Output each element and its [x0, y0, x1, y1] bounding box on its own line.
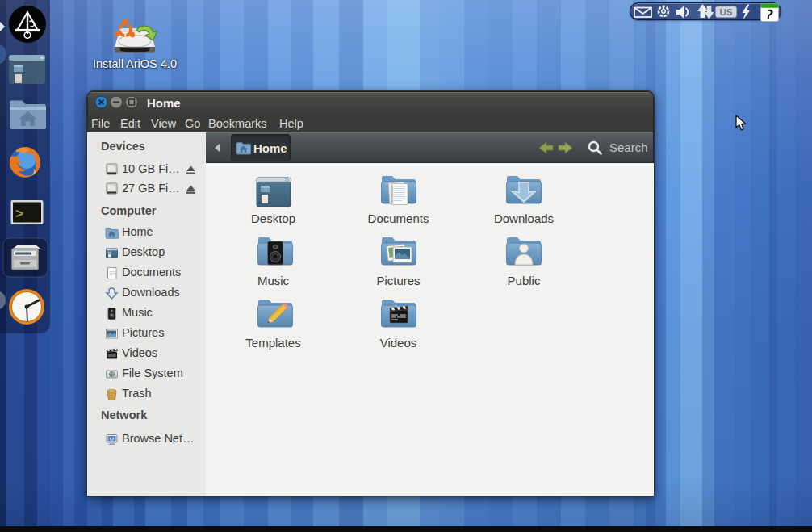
svg-text:>: >: [15, 207, 23, 222]
svg-text:US: US: [720, 7, 733, 17]
